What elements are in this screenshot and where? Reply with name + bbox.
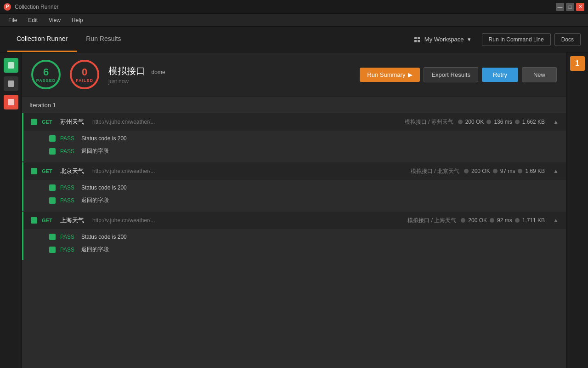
content-area: 6 PASSED 0 FAILED 模拟接口 dome just now [22,52,566,368]
status-code-0: 200 OK [465,119,484,125]
test-name-0-1: 返回的字段 [81,147,109,155]
collapse-chevron-2[interactable]: ▲ [553,217,559,224]
sidebar [0,52,22,368]
request-block-0: GET苏州天气http://v.juhe.cn/weather/...模拟接口 … [22,113,566,161]
test-name-1-0: Status code is 200 [81,184,127,191]
request-url-1: http://v.juhe.cn/weather/... [92,168,401,174]
test-row-2-1: PASS返回的字段 [45,243,566,256]
failed-badge: 0 FAILED [70,60,99,89]
sidebar-btn-green[interactable] [4,58,18,73]
status-dot-1-1 [464,169,469,173]
test-badge-0-1 [49,148,56,155]
status-dot-1-2 [461,218,465,223]
status-dot-1-0 [458,120,463,124]
request-row-2: GET上海天气http://v.juhe.cn/weather/...模拟接口 … [22,212,566,260]
collapse-chevron-0[interactable]: ▲ [553,119,559,125]
workspace-chevron-icon: ▾ [468,36,471,43]
test-rows-1: PASSStatus code is 200PASS返回的字段 [23,180,566,211]
method-badge-1: GET [42,168,56,174]
run-title: 模拟接口 dome just now [108,65,351,85]
request-status-group-0: 200 OK136 ms1.662 KB [458,119,545,125]
sidebar-red-icon [8,99,14,105]
sidebar-dark-icon [8,80,14,87]
request-header-2[interactable]: GET上海天气http://v.juhe.cn/weather/...模拟接口 … [23,212,566,229]
export-results-button[interactable]: Export Results [424,67,478,82]
request-name-2: 上海天气 [60,216,88,224]
sidebar-btn-dark[interactable] [4,76,18,91]
test-status-2-1: PASS [60,247,77,253]
test-badge-0-0 [49,135,56,142]
close-button[interactable]: ✕ [576,3,584,11]
request-status-icon-1 [31,168,37,174]
test-row-1-0: PASSStatus code is 200 [45,182,566,194]
passed-badge: 6 PASSED [31,60,61,89]
response-time-1: 97 ms [500,168,515,174]
request-url-2: http://v.juhe.cn/weather/... [92,217,397,224]
results-area[interactable]: Iteration 1 GET苏州天气http://v.juhe.cn/weat… [22,97,566,368]
response-time-2: 92 ms [497,217,512,224]
title-bar-text: Collection Runner [15,4,58,10]
time-dot-0 [486,120,491,124]
request-name-0: 苏州天气 [60,118,88,126]
maximize-button[interactable]: □ [566,3,574,11]
requests-container: GET苏州天气http://v.juhe.cn/weather/...模拟接口 … [22,113,566,260]
test-status-2-0: PASS [60,234,77,240]
request-row-1: GET北京天气http://v.juhe.cn/weather/...模拟接口 … [22,162,566,211]
minimize-button[interactable]: — [556,3,564,11]
response-size-1: 1.69 KB [525,168,545,174]
request-block-1: GET北京天气http://v.juhe.cn/weather/...模拟接口 … [22,162,566,211]
response-size-2: 1.711 KB [522,217,545,224]
size-dot-1 [518,169,522,173]
iteration-label: Iteration 1 [22,97,566,113]
run-cmd-line-button[interactable]: Run In Command Line [482,33,551,46]
sidebar-btn-red[interactable] [4,95,18,109]
window-controls: — □ ✕ [556,3,584,11]
menu-help[interactable]: Help [67,15,88,25]
request-status-group-2: 200 OK92 ms1.711 KB [461,217,545,224]
test-name-0-0: Status code is 200 [81,135,127,142]
menu-view[interactable]: View [44,15,65,25]
test-badge-2-0 [49,234,56,240]
workspace-grid-icon [414,37,421,42]
retry-button[interactable]: Retry [482,68,518,82]
menu-file[interactable]: File [4,15,22,25]
tab-collection-runner[interactable]: Collection Runner [7,27,77,52]
nav-tabs: Collection Runner Run Results [7,27,130,52]
test-rows-0: PASSStatus code is 200PASS返回的字段 [23,131,566,161]
docs-button[interactable]: Docs [554,33,581,46]
test-badge-1-1 [49,197,56,204]
menu-edit[interactable]: Edit [23,15,42,25]
run-info: 6 PASSED 0 FAILED 模拟接口 dome just now [22,52,566,97]
new-button[interactable]: New [522,67,557,82]
size-dot-2 [515,218,520,223]
test-status-1-0: PASS [60,184,77,191]
request-url-0: http://v.juhe.cn/weather/... [92,119,395,125]
method-badge-0: GET [42,119,56,125]
test-name-2-0: Status code is 200 [81,234,127,240]
test-row-2-0: PASSStatus code is 200 [45,231,566,243]
request-header-1[interactable]: GET北京天气http://v.juhe.cn/weather/...模拟接口 … [23,162,566,180]
test-status-0-1: PASS [60,148,77,155]
response-time-0: 136 ms [494,119,512,125]
request-name-1: 北京天气 [60,167,88,175]
size-dot-0 [515,120,520,124]
app-icon: P [4,3,11,11]
response-size-0: 1.662 KB [522,119,545,125]
request-row-0: GET苏州天气http://v.juhe.cn/weather/...模拟接口 … [22,113,566,161]
run-actions: Run Summary ▶ Export Results Retry New [360,67,557,82]
sidebar-green-icon [8,62,14,69]
test-row-0-1: PASS返回的字段 [45,144,566,158]
run-summary-button[interactable]: Run Summary ▶ [360,68,420,82]
iteration-number: 1 [570,56,585,71]
workspace-selector[interactable]: My Workspace ▾ [414,36,471,43]
request-header-0[interactable]: GET苏州天气http://v.juhe.cn/weather/...模拟接口 … [23,113,566,131]
test-status-0-0: PASS [60,135,77,142]
status-code-1: 200 OK [471,168,490,174]
method-badge-2: GET [42,218,56,223]
request-status-icon-0 [31,119,37,125]
tab-run-results[interactable]: Run Results [77,27,130,52]
test-rows-2: PASSStatus code is 200PASS返回的字段 [23,229,566,260]
collapse-chevron-1[interactable]: ▲ [553,168,559,174]
time-dot-2 [490,218,494,223]
request-path-0: 模拟接口 / 苏州天气 [405,118,453,126]
